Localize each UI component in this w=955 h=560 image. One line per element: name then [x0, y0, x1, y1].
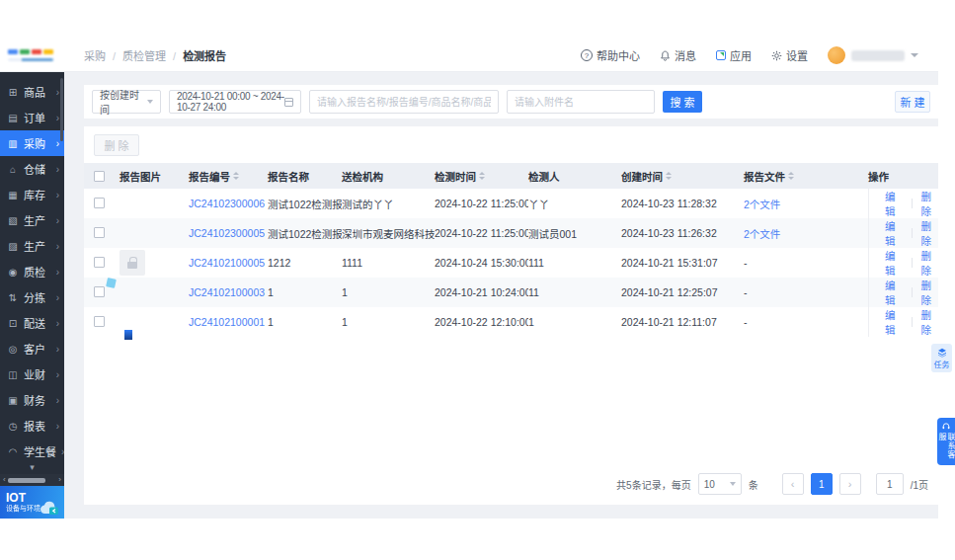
page-1-button[interactable]: 1	[811, 473, 833, 495]
attachment-name-input[interactable]	[507, 90, 655, 114]
row-checkbox[interactable]	[94, 257, 105, 268]
edit-link[interactable]: 编辑	[885, 307, 903, 337]
total-pages-text: /1页	[911, 477, 928, 492]
app-screen: 采购 质检管理 检测报告 ? 帮助中心 消息 应用 设置	[0, 0, 955, 560]
col-created[interactable]: 创建时间	[621, 169, 744, 184]
delete-link[interactable]: 删除	[920, 307, 938, 337]
unit-text: 条	[749, 477, 758, 492]
report-no-link[interactable]: JC24102100001	[189, 316, 268, 328]
col-report-no[interactable]: 报告编号	[189, 169, 268, 184]
divider	[912, 317, 913, 327]
sidebar-item-customers[interactable]: ◎客户	[0, 336, 64, 361]
report-thumbnail-placeholder[interactable]	[119, 250, 145, 276]
question-icon: ?	[581, 49, 593, 61]
orders-icon: ▤	[7, 113, 19, 123]
delete-link[interactable]: 删除	[920, 218, 938, 248]
sort-icon[interactable]	[233, 172, 239, 180]
report-no-link[interactable]: JC24102300006	[189, 198, 268, 209]
sidebar-item-inventory[interactable]: ▦库存	[0, 182, 64, 207]
sort-icon[interactable]	[788, 172, 794, 180]
row-checkbox[interactable]	[94, 316, 105, 327]
sort-icon[interactable]	[666, 172, 672, 180]
tasks-float-button[interactable]: 任务	[931, 344, 952, 372]
scroll-right-icon[interactable]: ›	[58, 476, 61, 484]
headset-icon	[941, 422, 951, 431]
edit-link[interactable]: 编辑	[885, 218, 903, 248]
breadcrumb: 采购 质检管理 检测报告	[84, 47, 226, 63]
test-time: 2024-10-21 10:24:00	[435, 286, 528, 298]
created-time: 2024-10-23 11:26:32	[621, 227, 744, 239]
table-toolbar: 删 除	[84, 126, 938, 163]
help-center-button[interactable]: ? 帮助中心	[581, 47, 640, 63]
prev-page-button[interactable]: ‹	[782, 473, 804, 495]
sidebar-item-goods[interactable]: ⊞商品	[0, 79, 64, 105]
sort-icon[interactable]	[479, 172, 485, 180]
report-no-link[interactable]: JC24102100003	[189, 286, 268, 298]
agency: 深圳市观麦网络科技	[342, 226, 435, 241]
report-files-link[interactable]: 2个文件	[744, 226, 868, 241]
iot-banner[interactable]: IOT 设备与环境	[0, 486, 64, 519]
sidebar-item-student-meal[interactable]: ◠学生餐	[0, 439, 64, 463]
sidebar-item-delivery[interactable]: ⊡配送	[0, 310, 64, 336]
sorting-icon: ⇅	[7, 292, 19, 303]
scroll-left-icon[interactable]: ‹	[3, 476, 6, 484]
new-button[interactable]: 新 建	[895, 91, 930, 113]
production-icon: ▨	[7, 241, 19, 252]
date-range-picker[interactable]: 2024-10-21 00:00 ~ 2024-10-27 24:00	[169, 90, 301, 114]
row-checkbox[interactable]	[94, 286, 105, 297]
sidebar-item-business-finance[interactable]: ◫业财	[0, 361, 64, 387]
header-actions: ? 帮助中心 消息 应用 设置	[581, 46, 938, 64]
keyword-input[interactable]	[309, 90, 499, 114]
page-size-select[interactable]: 10	[698, 473, 742, 495]
next-page-button[interactable]: ›	[839, 473, 861, 495]
apps-icon	[716, 50, 726, 60]
sidebar-item-sorting[interactable]: ⇅分拣	[0, 284, 64, 310]
chevron-right-icon	[56, 240, 59, 252]
sidebar-item-purchase[interactable]: ▥采购	[0, 130, 64, 156]
menu-scroll-down-icon[interactable]	[0, 463, 64, 474]
time-type-value: 按创建时间	[100, 87, 142, 117]
sidebar-item-reports[interactable]: ◷报表	[0, 413, 64, 439]
customers-icon: ◎	[7, 344, 19, 355]
bulk-delete-button[interactable]: 删 除	[94, 134, 139, 156]
sidebar-item-quality[interactable]: ◉质检	[0, 259, 64, 284]
settings-button[interactable]: 设置	[771, 47, 808, 63]
report-no-link[interactable]: JC24102300005	[189, 227, 268, 239]
delete-link[interactable]: 删除	[920, 278, 938, 307]
time-type-select[interactable]: 按创建时间	[92, 90, 161, 114]
row-checkbox[interactable]	[94, 227, 105, 238]
select-all-checkbox[interactable]	[94, 171, 105, 182]
sidebar-item-orders[interactable]: ▤订单	[0, 105, 64, 130]
sidebar-item-warehouse[interactable]: ⌂仓储	[0, 156, 64, 182]
report-files-link[interactable]: 2个文件	[744, 197, 868, 211]
sidebar-scrollbar[interactable]	[60, 78, 63, 141]
sidebar-item-finance[interactable]: ▣财务	[0, 387, 64, 413]
inventory-icon: ▦	[7, 190, 19, 200]
breadcrumb-purchase[interactable]: 采购	[84, 47, 122, 63]
delete-link[interactable]: 删除	[920, 189, 938, 218]
edit-link[interactable]: 编辑	[885, 278, 903, 307]
col-files[interactable]: 报告文件	[744, 169, 868, 184]
messages-button[interactable]: 消息	[660, 47, 696, 63]
chevron-right-icon	[56, 86, 59, 98]
student-meal-icon: ◠	[7, 446, 19, 457]
sidebar-item-production-2[interactable]: ▨生产	[0, 233, 64, 259]
row-checkbox[interactable]	[94, 198, 105, 208]
gear-icon	[771, 50, 782, 61]
col-agency: 送检机构	[342, 169, 435, 184]
page-jump-input[interactable]	[876, 473, 904, 495]
contact-support-float-button[interactable]: 联系客服	[937, 418, 955, 465]
apps-button[interactable]: 应用	[716, 47, 752, 63]
report-no-link[interactable]: JC24102100005	[189, 257, 268, 269]
delete-link[interactable]: 删除	[920, 248, 938, 278]
user-name-redacted	[851, 50, 905, 61]
search-button[interactable]: 搜 索	[663, 91, 702, 113]
edit-link[interactable]: 编辑	[885, 248, 903, 278]
breadcrumb-quality-mgmt[interactable]: 质检管理	[122, 47, 183, 63]
user-menu[interactable]	[828, 46, 918, 64]
date-range-value: 2024-10-21 00:00 ~ 2024-10-27 24:00	[177, 91, 284, 113]
scrollbar-thumb[interactable]	[8, 478, 46, 483]
col-test-time[interactable]: 检测时间	[435, 169, 528, 184]
sidebar-item-production[interactable]: ▧生产	[0, 207, 64, 233]
edit-link[interactable]: 编辑	[885, 189, 903, 218]
